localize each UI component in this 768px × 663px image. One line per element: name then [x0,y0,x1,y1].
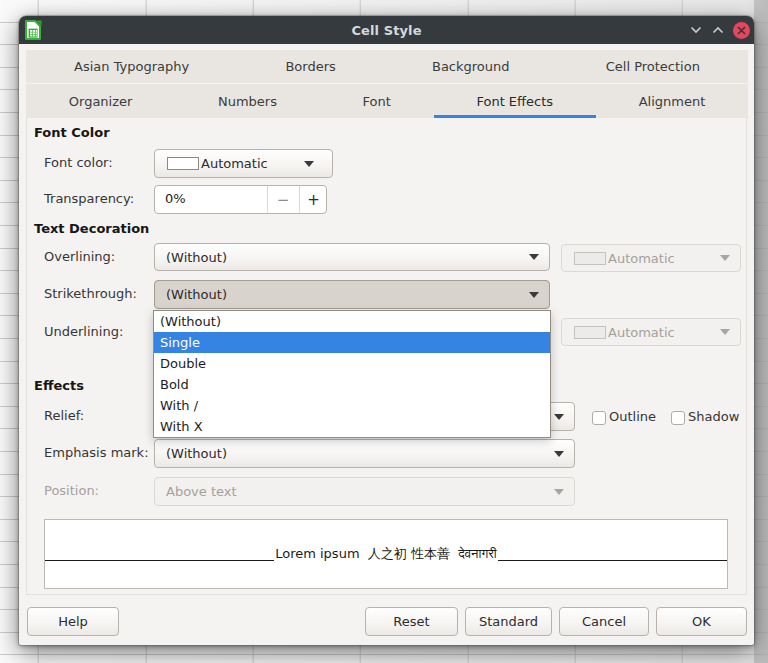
dropdown-option-bold[interactable]: Bold [154,374,550,395]
tab-alignment[interactable]: Alignment [596,84,748,118]
strikethrough-preview-line [45,560,274,561]
outline-checkbox-label: Outline [609,408,656,426]
close-button[interactable] [733,22,750,39]
strikethrough-dropdown[interactable]: (Without) [154,280,550,309]
preview-box: Lorem ipsum 人之初 性本善 देवनागरी [44,519,728,589]
dropdown-option-with-slash[interactable]: With / [154,395,550,416]
dropdown-arrow-icon [304,161,314,167]
emphasis-mark-label: Emphasis mark: [44,444,149,462]
cell-style-dialog: Cell Style [19,16,754,645]
overlining-color-dropdown: Automatic [561,244,741,272]
dropdown-arrow-icon [720,255,730,261]
chevron-down-icon [690,26,702,34]
dropdown-arrow-icon [554,414,564,420]
strikethrough-dropdown-list: (Without) Single Double Bold With / With… [153,310,551,438]
underlining-color-swatch [574,326,606,339]
text-decoration-heading: Text Decoration [34,220,149,238]
dropdown-option-without[interactable]: (Without) [154,311,550,332]
font-color-swatch [167,157,199,170]
underlining-label: Underlining: [44,323,123,341]
dropdown-arrow-icon [554,451,564,457]
overlining-color-swatch [574,252,606,265]
tab-borders[interactable]: Borders [237,50,384,83]
dropdown-arrow-icon [529,292,539,298]
maximize-button[interactable] [707,16,729,44]
emphasis-mark-value: (Without) [155,446,227,461]
close-x-icon [737,26,746,35]
underlining-color-dropdown: Automatic [561,318,741,346]
tab-row-2: Organizer Numbers Font Font Effects Alig… [26,84,748,118]
relief-label: Relief: [44,407,84,425]
tab-cell-protection[interactable]: Cell Protection [558,50,748,83]
outline-checkbox[interactable] [592,411,606,425]
dropdown-arrow-icon [554,489,564,495]
window-title: Cell Style [19,16,754,44]
tab-row-1: Asian Typography Borders Background Cell… [26,50,748,84]
dropdown-arrow-icon [529,254,539,260]
shadow-checkbox-label: Shadow [688,408,739,426]
increment-button[interactable]: + [299,186,328,213]
overlining-label: Overlining: [44,248,115,266]
tab-numbers[interactable]: Numbers [175,84,320,118]
transparency-value: 0% [165,191,186,206]
transparency-spinbox[interactable]: 0% − + [154,185,327,214]
tab-background[interactable]: Background [384,50,558,83]
position-dropdown: Above text [154,477,575,506]
libreoffice-calc-icon [24,20,42,40]
position-value: Above text [155,484,237,499]
standard-button[interactable]: Standard [465,607,552,636]
position-label: Position: [44,482,99,500]
reset-button[interactable]: Reset [365,607,458,636]
overlining-dropdown[interactable]: (Without) [154,243,550,271]
preview-text: Lorem ipsum 人之初 性本善 देवनागरी [274,545,498,563]
emphasis-mark-dropdown[interactable]: (Without) [154,439,575,468]
decrement-button[interactable]: − [267,186,299,213]
shadow-checkbox[interactable] [671,411,685,425]
tab-strip: Asian Typography Borders Background Cell… [26,50,748,118]
tab-font[interactable]: Font [320,84,434,118]
help-button[interactable]: Help [27,607,119,636]
font-color-dropdown[interactable]: Automatic [154,149,333,178]
strikethrough-label: Strikethrough: [44,285,137,303]
strikethrough-value: (Without) [155,287,227,302]
tab-font-effects[interactable]: Font Effects [434,84,596,118]
tab-organizer[interactable]: Organizer [26,84,175,118]
dropdown-arrow-icon [720,329,730,335]
titlebar[interactable]: Cell Style [19,16,754,44]
font-color-label: Font color: [44,154,113,172]
minimize-button[interactable] [685,16,707,44]
spreadsheet-background: Cell Style [0,0,768,663]
tab-asian-typography[interactable]: Asian Typography [26,50,237,83]
cancel-button[interactable]: Cancel [559,607,649,636]
ok-button[interactable]: OK [656,607,747,636]
transparency-label: Transparency: [44,190,134,208]
strikethrough-preview-line [498,560,727,561]
effects-heading: Effects [34,377,84,395]
chevron-up-icon [712,26,724,34]
dropdown-option-single[interactable]: Single [154,332,550,353]
overlining-value: (Without) [155,250,227,265]
font-color-heading: Font Color [34,124,110,142]
dropdown-option-double[interactable]: Double [154,353,550,374]
dropdown-option-with-x[interactable]: With X [154,416,550,437]
